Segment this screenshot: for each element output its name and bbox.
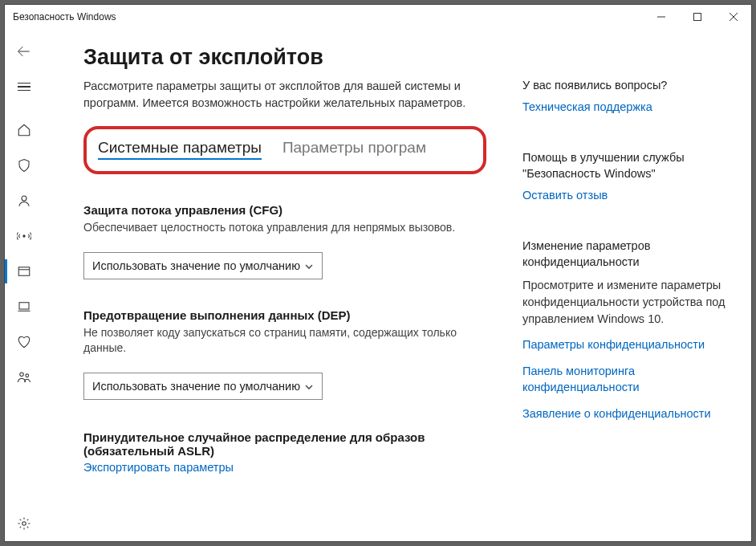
chevron-down-icon xyxy=(304,381,314,391)
setting-cfg-dropdown[interactable]: Использовать значение по умолчанию xyxy=(83,252,323,279)
aside-privacy-text: Просмотрите и измените параметры конфиде… xyxy=(522,277,732,328)
svg-point-11 xyxy=(20,373,24,377)
app-window: Безопасность Windows xyxy=(4,4,752,542)
laptop-icon xyxy=(17,299,31,314)
nav-account[interactable] xyxy=(5,183,43,218)
body: Защита от эксплойтов Рассмотрите парамет… xyxy=(5,29,751,541)
nav-family[interactable] xyxy=(5,360,43,395)
export-settings-link[interactable]: Экспортировать параметры xyxy=(83,461,234,474)
aside-feedback: Помощь в улучшении службы "Безопасность … xyxy=(522,149,732,204)
main-pane: Защита от эксплойтов Рассмотрите парамет… xyxy=(43,29,522,541)
person-icon xyxy=(17,194,31,208)
setting-aslr-title: Принудительное случайное распределение д… xyxy=(83,430,506,444)
nav-virus[interactable] xyxy=(5,148,43,183)
setting-cfg-title: Защита потока управления (CFG) xyxy=(83,203,485,217)
nav-settings[interactable] xyxy=(5,506,43,541)
setting-dep-title: Предотвращение выполнения данных (DEP) xyxy=(83,308,485,322)
svg-rect-1 xyxy=(693,14,701,21)
content: Защита от эксплойтов Рассмотрите парамет… xyxy=(43,29,751,541)
svg-point-13 xyxy=(22,522,26,526)
setting-cfg: Защита потока управления (CFG) Обеспечив… xyxy=(83,203,485,279)
window-title: Безопасность Windows xyxy=(13,11,116,22)
setting-dep: Предотвращение выполнения данных (DEP) Н… xyxy=(83,308,485,400)
nav-app-browser[interactable] xyxy=(5,254,43,289)
aside-questions-heading: У вас появились вопросы? xyxy=(522,77,732,93)
family-icon xyxy=(17,370,31,385)
back-button[interactable] xyxy=(5,34,43,69)
aside-privacy-heading: Изменение параметров конфиденциальности xyxy=(522,238,732,271)
nav-home[interactable] xyxy=(5,112,43,148)
window-controls xyxy=(643,5,751,29)
nav-health[interactable] xyxy=(5,324,43,360)
aside-pane: У вас появились вопросы? Техническая под… xyxy=(522,29,751,541)
nav-device-security[interactable] xyxy=(5,289,43,324)
page-description: Рассмотрите параметры защиты от эксплойт… xyxy=(83,78,469,112)
maximize-button[interactable] xyxy=(679,5,715,29)
aside-privacy-settings-link[interactable]: Параметры конфиденциальности xyxy=(522,337,732,353)
dropdown-value: Использовать значение по умолчанию xyxy=(92,259,300,272)
nav-rail xyxy=(5,29,43,541)
hamburger-button[interactable] xyxy=(5,69,43,104)
aside-privacy: Изменение параметров конфиденциальности … xyxy=(522,238,732,422)
svg-point-12 xyxy=(26,374,29,377)
setting-cfg-desc: Обеспечивает целостность потока управлен… xyxy=(83,220,485,236)
svg-point-5 xyxy=(22,196,26,201)
aside-support-link[interactable]: Техническая поддержка xyxy=(522,100,732,116)
tabs: Системные параметры Параметры програм xyxy=(98,139,470,160)
page-title: Защита от эксплойтов xyxy=(83,45,506,70)
shield-icon xyxy=(17,158,31,173)
window-icon xyxy=(17,264,31,279)
hamburger-icon xyxy=(18,83,30,92)
aside-feedback-heading: Помощь в улучшении службы "Безопасность … xyxy=(522,149,732,182)
tab-program-settings[interactable]: Параметры програм xyxy=(282,139,426,160)
minimize-button[interactable] xyxy=(643,5,679,29)
chevron-down-icon xyxy=(304,261,314,271)
aside-privacy-dashboard-link[interactable]: Панель мониторинга конфиденциальности xyxy=(522,364,732,395)
svg-rect-9 xyxy=(19,303,29,309)
svg-rect-7 xyxy=(18,267,30,276)
tab-system-settings[interactable]: Системные параметры xyxy=(98,139,262,160)
home-icon xyxy=(17,123,31,137)
gear-icon xyxy=(17,516,31,531)
tabs-highlight-box: Системные параметры Параметры програм xyxy=(83,126,486,174)
dropdown-value: Использовать значение по умолчанию xyxy=(92,380,300,393)
aside-feedback-link[interactable]: Оставить отзыв xyxy=(522,188,732,204)
signal-icon xyxy=(17,229,31,243)
setting-dep-desc: Не позволяет коду запускаться со страниц… xyxy=(83,325,485,357)
setting-dep-dropdown[interactable]: Использовать значение по умолчанию xyxy=(83,373,323,400)
titlebar: Безопасность Windows xyxy=(5,5,751,29)
aside-privacy-statement-link[interactable]: Заявление о конфиденциальности xyxy=(522,406,732,422)
nav-firewall[interactable] xyxy=(5,218,43,254)
aside-questions: У вас появились вопросы? Техническая под… xyxy=(522,77,732,116)
setting-aslr-sub: (обязательный ASLR) xyxy=(83,444,506,458)
svg-point-6 xyxy=(23,235,25,237)
close-button[interactable] xyxy=(715,5,751,29)
heart-icon xyxy=(17,335,31,349)
